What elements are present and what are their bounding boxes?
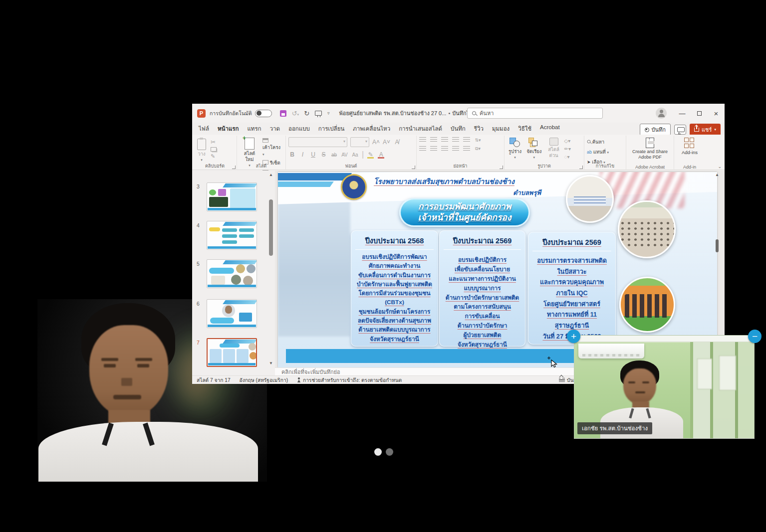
tab-design[interactable]: ออกแบบ — [288, 124, 310, 133]
paragraph-dialog-launcher[interactable] — [500, 166, 503, 169]
minimize-button[interactable]: — — [674, 104, 691, 123]
create-pdf-button[interactable]: Create and Share Adobe PDF — [629, 137, 671, 161]
quick-styles-button[interactable]: สไตล์ด่วน — [545, 137, 562, 159]
thumbnail-number: 4 — [197, 222, 200, 228]
numbering-icon[interactable] — [430, 137, 437, 143]
thumbnail-number-selected: 7 — [197, 340, 200, 346]
photo-conference-room — [566, 175, 614, 223]
column-header: ปีงบประมาณ 2569 — [439, 230, 525, 246]
slide-thumbnail-6[interactable] — [207, 299, 257, 328]
undo-icon[interactable]: ↺▾ — [292, 110, 299, 117]
tab-animations[interactable]: ภาพเคลื่อนไหว — [353, 124, 390, 133]
tab-record[interactable]: บันทึก — [451, 124, 466, 133]
comments-button[interactable] — [674, 125, 686, 135]
thumbnail-scrollbar[interactable]: ▲ ▼ — [268, 172, 274, 366]
tab-home[interactable]: หน้าแรก — [218, 124, 239, 133]
align-left-icon[interactable] — [419, 146, 426, 152]
font-name-dropdown[interactable] — [288, 137, 347, 147]
collapse-ribbon-icon[interactable]: ⌄ — [718, 164, 722, 169]
justify-icon[interactable] — [452, 146, 459, 152]
increase-indent-icon[interactable] — [452, 137, 459, 143]
convert-smartart-icon[interactable]: ⧉▾ — [474, 146, 482, 152]
italic-button[interactable]: I — [299, 151, 306, 158]
align-right-icon[interactable] — [441, 146, 448, 152]
maximize-button[interactable] — [691, 104, 708, 123]
close-button[interactable]: × — [708, 104, 725, 123]
character-spacing-button[interactable]: AV — [341, 152, 348, 158]
text-direction-icon[interactable]: ⇅▾ — [474, 138, 482, 143]
drawing-dialog-launcher[interactable] — [579, 166, 583, 169]
tab-help[interactable]: วิธีใช้ — [518, 124, 531, 133]
paste-button[interactable]: วาง▾ — [196, 137, 208, 163]
arrange-button[interactable]: จัดเรียง▾ — [525, 137, 543, 161]
tab-slideshow[interactable]: การนำเสนอสไลด์ — [399, 124, 442, 133]
text-shadow-button[interactable]: ab — [330, 152, 338, 158]
cut-icon[interactable]: ✂ — [211, 139, 217, 146]
bullets-icon[interactable] — [419, 137, 426, 143]
present-from-beginning-icon[interactable] — [315, 111, 322, 116]
line-spacing-icon[interactable] — [463, 137, 470, 143]
clear-format-icon[interactable]: A̸ — [393, 139, 401, 146]
font-dialog-launcher[interactable] — [412, 166, 415, 169]
tab-acrobat[interactable]: Acrobat — [540, 124, 560, 133]
column-header: ปีงบประมาณ 2568 — [351, 230, 438, 246]
scrollbar-thumb[interactable] — [716, 239, 719, 252]
webcam-feed-participant[interactable]: เอกชัย รพ.สต.บ้านช่องช้าง — [574, 335, 755, 439]
font-size-dropdown[interactable] — [350, 137, 369, 147]
increase-font-icon[interactable]: A˄ — [372, 139, 380, 146]
align-center-icon[interactable] — [430, 146, 437, 152]
language-status[interactable]: อังกฤษ (สหรัฐอเมริกา) — [235, 376, 292, 384]
underline-button[interactable]: U — [309, 151, 317, 158]
qat-customize-icon[interactable]: ▿ — [327, 111, 330, 116]
column-fy2569-b: ปีงบประมาณ 2569 อบรมการตรวจสารเสพติด ในป… — [528, 232, 616, 345]
tab-transitions[interactable]: การเปลี่ยน — [318, 124, 344, 133]
scroll-up-icon[interactable]: ▲ — [269, 173, 273, 177]
slide-thumbnail-3[interactable] — [207, 182, 257, 211]
copy-icon[interactable] — [211, 147, 217, 152]
record-button[interactable]: บันทึก — [640, 124, 671, 136]
shape-fill-icon[interactable]: ◇▾ — [564, 138, 571, 144]
slide-thumbnail-5[interactable] — [207, 259, 257, 288]
strikethrough-button[interactable]: S — [320, 151, 327, 158]
ribbon: วาง▾ ✂ ✎ คลิปบอร์ด สไลด์ใหม่▾ — [192, 135, 725, 170]
save-icon[interactable] — [280, 110, 286, 117]
highlight-color-button[interactable]: ✎ — [367, 151, 374, 158]
bold-button[interactable]: B — [288, 151, 296, 158]
tab-insert[interactable]: แทรก — [247, 124, 261, 133]
shapes-button[interactable]: รูปร่าง▾ — [507, 137, 523, 161]
shape-effects-icon[interactable]: ◌▾ — [564, 154, 571, 160]
account-icon[interactable] — [656, 108, 667, 119]
accessibility-status[interactable]: การช่วยสำหรับการเข้าถึง: ตรงตามข้อกำหนด — [292, 376, 406, 384]
shape-outline-icon[interactable]: ✏▾ — [564, 146, 571, 152]
shrink-video-button[interactable]: − — [748, 330, 762, 343]
find-button[interactable]: ค้นหา — [587, 138, 623, 146]
tab-file[interactable]: ไฟล์ — [199, 124, 209, 133]
autosave-toggle[interactable] — [255, 110, 272, 117]
scrollbar-thumb[interactable] — [269, 199, 273, 256]
scroll-down-icon[interactable]: ▼ — [269, 361, 273, 365]
clipboard-dialog-launcher[interactable] — [232, 166, 236, 169]
search-input[interactable]: ค้นหา — [467, 108, 603, 119]
tab-view[interactable]: มุมมอง — [492, 124, 510, 133]
slide-thumbnail-7-selected[interactable] — [207, 338, 257, 367]
page-indicator-dot[interactable] — [386, 448, 393, 456]
addins-button[interactable]: Add-ins — [677, 137, 703, 156]
scroll-up-icon[interactable]: ▲ — [715, 173, 719, 177]
redo-icon[interactable]: ↻ — [304, 110, 309, 117]
ribbon-group-acrobat: Create and Share Adobe PDF Adobe Acrobat — [626, 136, 674, 170]
enlarge-video-button[interactable]: + — [567, 330, 580, 343]
replace-button[interactable]: ab แทนที่ ▾ — [587, 148, 623, 156]
layout-button[interactable]: เค้าโครง ▾ — [262, 138, 283, 157]
page-indicator-dot-active[interactable] — [374, 448, 382, 456]
decrease-indent-icon[interactable] — [441, 137, 448, 143]
columns-icon[interactable] — [463, 146, 470, 152]
accessibility-icon — [297, 377, 301, 383]
change-case-button[interactable]: Aa — [351, 152, 359, 158]
tab-draw[interactable]: วาด — [270, 124, 280, 133]
format-painter-icon[interactable]: ✎ — [211, 153, 217, 160]
decrease-font-icon[interactable]: A˅ — [383, 139, 390, 146]
slide-thumbnail-4[interactable] — [207, 221, 257, 250]
tab-review[interactable]: รีวิว — [474, 124, 484, 133]
font-color-button[interactable]: A — [377, 151, 385, 158]
share-button[interactable]: แชร์▾ — [690, 124, 721, 136]
